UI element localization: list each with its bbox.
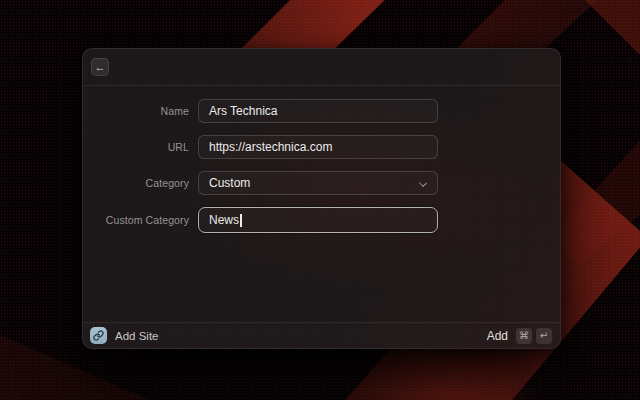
form-row-custom-category: Custom Category News (83, 207, 560, 233)
dialog-action-bar: Add Site Add ⌘ ↵ (83, 322, 560, 348)
url-field-label: URL (83, 141, 198, 153)
add-site-dialog: ← Name Ars Technica URL https://arstechn… (82, 48, 561, 349)
url-input[interactable]: https://arstechnica.com (198, 135, 438, 159)
back-button[interactable]: ← (91, 58, 109, 76)
action-bar-left: Add Site (90, 327, 158, 344)
url-input-value: https://arstechnica.com (209, 140, 332, 154)
custom-category-input[interactable]: News (198, 207, 438, 233)
text-cursor (240, 214, 242, 227)
name-input[interactable]: Ars Technica (198, 99, 438, 123)
dialog-header: ← (83, 49, 560, 86)
back-arrow-icon: ← (95, 62, 106, 73)
action-bar-right: Add ⌘ ↵ (487, 328, 552, 344)
add-site-form: Name Ars Technica URL https://arstechnic… (83, 86, 560, 322)
form-row-name: Name Ars Technica (83, 99, 560, 123)
form-row-category: Category Custom (83, 171, 560, 195)
link-icon (90, 327, 107, 344)
custom-category-input-value: News (209, 213, 239, 227)
form-row-url: URL https://arstechnica.com (83, 135, 560, 159)
category-select[interactable]: Custom (198, 171, 438, 195)
command-title: Add Site (115, 330, 158, 342)
name-input-value: Ars Technica (209, 104, 277, 118)
command-key-icon[interactable]: ⌘ (516, 328, 532, 344)
category-field-label: Category (83, 177, 198, 189)
custom-category-field-label: Custom Category (83, 214, 198, 226)
category-selected-value: Custom (209, 176, 250, 190)
name-field-label: Name (83, 105, 198, 117)
chevron-down-icon (419, 179, 427, 187)
shortcut-keys: ⌘ ↵ (516, 328, 552, 344)
return-key-icon[interactable]: ↵ (536, 328, 552, 344)
add-submit-button[interactable]: Add (487, 329, 508, 343)
